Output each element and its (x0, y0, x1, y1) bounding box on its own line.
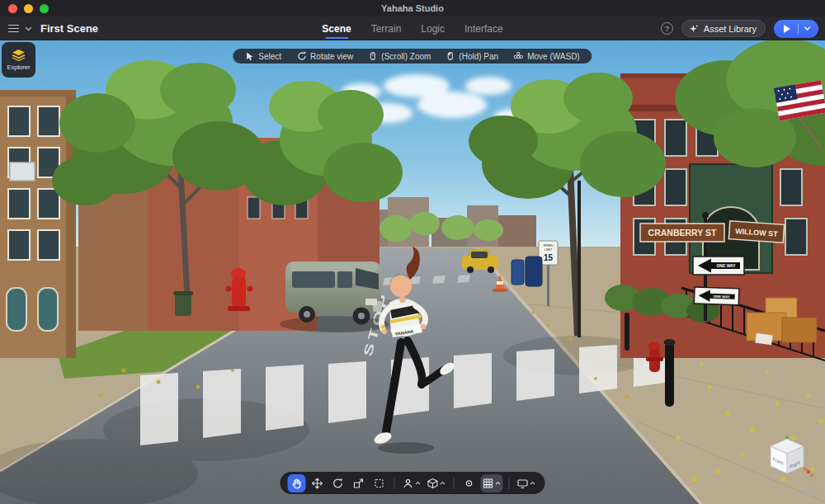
explorer-label: Explorer (7, 64, 31, 71)
mouse-hold-icon (446, 51, 455, 61)
tab-interface[interactable]: Interface (464, 16, 503, 40)
tab-logic[interactable]: Logic (421, 16, 445, 40)
rotate-view-hint[interactable]: Rotate view (289, 51, 361, 61)
shortcuts-keyboard-icon[interactable] (804, 485, 819, 500)
viewport-display-button[interactable] (516, 474, 538, 492)
asset-library-label: Asset Library (704, 24, 757, 34)
window-controls (0, 4, 49, 13)
menu-icon[interactable] (8, 25, 19, 33)
speed-limit-line1: SPEED (543, 244, 554, 247)
chevron-up-icon (530, 481, 536, 485)
wasd-keys-icon (513, 51, 523, 61)
asset-library-button[interactable]: Asset Library (681, 20, 766, 37)
maximize-button[interactable] (40, 4, 49, 13)
titlebar: Yahaha Studio (0, 0, 825, 16)
lamp-post[interactable] (578, 181, 581, 337)
speed-limit-line2: LIMIT (544, 248, 553, 252)
mouse-scroll-icon (368, 51, 377, 61)
bottom-toolbar (280, 472, 545, 494)
cube-icon (427, 478, 439, 489)
move-wasd-hint[interactable]: Move (WASD) (506, 51, 587, 61)
hold-pan-hint[interactable]: (Hold) Pan (438, 51, 506, 61)
street-sign-cranberry-text: CRANBERRY ST (648, 228, 717, 238)
divider (798, 24, 799, 34)
scroll-zoom-hint[interactable]: (Scroll) Zoom (361, 51, 438, 61)
divider (509, 478, 510, 489)
mail-bins[interactable] (512, 257, 542, 286)
grid-icon (483, 478, 494, 489)
marquee-icon (374, 478, 385, 489)
chevron-up-icon (495, 481, 502, 485)
hand-tool-button[interactable] (288, 474, 306, 492)
cursor-icon (245, 51, 254, 61)
one-way-upper-text: ONE WAY (716, 263, 736, 268)
play-options-chevron-icon[interactable] (804, 26, 811, 31)
gizmo-x-axis-label: x (811, 472, 814, 478)
app-window: Yahaha Studio First Scene Scene Terrain … (0, 0, 825, 504)
scene-render[interactable]: STOP (0, 40, 825, 504)
help-button[interactable]: ? (661, 22, 673, 35)
play-icon (784, 25, 790, 33)
dot-icon (464, 478, 475, 489)
main-tabs: Scene Terrain Logic Interface (322, 16, 502, 40)
rotate-icon (332, 478, 344, 489)
marquee-select-button[interactable] (370, 474, 389, 492)
speed-limit-value: 15 (544, 253, 554, 262)
play-button[interactable] (774, 20, 818, 38)
window-title: Yahaha Studio (0, 3, 825, 13)
divider (454, 478, 455, 489)
layers-icon (12, 49, 26, 61)
tab-terrain[interactable]: Terrain (371, 16, 402, 40)
orientation-gizmo[interactable]: Front Right x (764, 435, 815, 483)
monitor-icon (517, 478, 529, 489)
hand-icon (291, 478, 303, 489)
viewport-toolbar: Select Rotate view (Scroll) Zoom (233, 49, 592, 64)
rotate-view-icon (296, 51, 306, 61)
one-way-sign-upper[interactable]: ONE WAY (693, 257, 744, 275)
select-tool-hint[interactable]: Select (238, 51, 289, 61)
move-icon (312, 478, 323, 489)
divider (394, 478, 395, 489)
scale-icon (353, 478, 365, 489)
gizmo-y-axis-dot (785, 436, 789, 439)
ac-unit (10, 163, 35, 181)
avatar-tool-button[interactable] (401, 474, 423, 492)
scene-title: First Scene (40, 22, 98, 35)
scale-tool-button[interactable] (350, 474, 368, 492)
sparkle-icon (689, 24, 699, 34)
one-way-sign-lower[interactable]: ONE WAY (694, 287, 739, 305)
spawn-object-button[interactable] (426, 474, 448, 492)
app-header: First Scene Scene Terrain Logic Interfac… (0, 16, 825, 40)
tab-scene[interactable]: Scene (322, 16, 351, 40)
avatar-icon (403, 478, 414, 489)
move-tool-button[interactable] (309, 474, 327, 492)
chevron-up-icon (415, 481, 422, 485)
one-way-lower-text: ONE WAY (713, 294, 730, 299)
viewport-3d[interactable]: STOP (0, 40, 825, 504)
rotate-tool-button[interactable] (329, 474, 347, 492)
explorer-panel-toggle[interactable]: Explorer (2, 42, 35, 78)
minimize-button[interactable] (24, 4, 33, 13)
van[interactable] (280, 261, 389, 332)
trash-can[interactable] (173, 291, 193, 316)
chevron-down-icon[interactable] (25, 26, 32, 31)
snap-dot-button[interactable] (460, 474, 478, 492)
chevron-up-icon (440, 481, 446, 485)
close-button[interactable] (8, 4, 17, 13)
grid-tool-button[interactable] (481, 474, 503, 492)
